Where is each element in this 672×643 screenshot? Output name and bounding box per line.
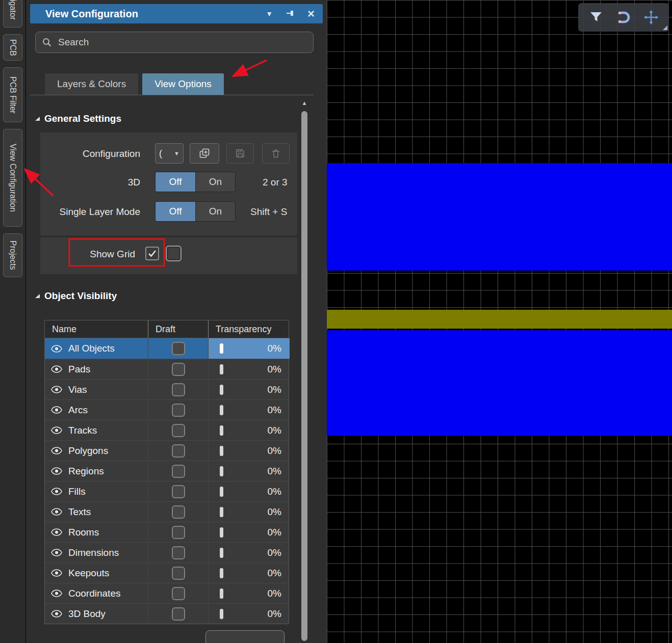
- table-row[interactable]: Fills0%: [45, 481, 289, 501]
- transparency-slider[interactable]: [220, 609, 223, 619]
- table-row[interactable]: Polygons0%: [45, 440, 289, 461]
- row-name-cell[interactable]: Dimensions: [45, 543, 148, 562]
- 3d-toggle-off[interactable]: Off: [156, 172, 195, 192]
- row-name-cell[interactable]: Coordinates: [45, 583, 148, 603]
- toolbar-expand-corner-icon[interactable]: [663, 25, 667, 30]
- table-row[interactable]: Dimensions0%: [45, 542, 289, 562]
- filter-icon[interactable]: [589, 11, 603, 24]
- row-name-cell[interactable]: Fills: [45, 481, 148, 501]
- table-row[interactable]: Pads0%: [45, 359, 289, 379]
- draft-toggle[interactable]: [172, 505, 185, 519]
- transparency-slider[interactable]: [220, 343, 223, 354]
- visibility-eye-icon[interactable]: [51, 386, 62, 393]
- draft-toggle[interactable]: [172, 526, 185, 539]
- draft-toggle[interactable]: [172, 363, 185, 376]
- pcb-blue-region-top[interactable]: [327, 163, 672, 271]
- visibility-eye-icon[interactable]: [51, 508, 62, 516]
- visibility-eye-icon[interactable]: [51, 365, 62, 373]
- draft-toggle[interactable]: [172, 567, 185, 580]
- pcb-olive-region[interactable]: [327, 310, 672, 329]
- draft-toggle[interactable]: [172, 607, 185, 621]
- visibility-eye-icon[interactable]: [51, 488, 62, 495]
- row-name-cell[interactable]: Regions: [45, 461, 148, 481]
- row-name-cell[interactable]: Pads: [45, 359, 148, 379]
- search-input[interactable]: [58, 37, 307, 48]
- sidebar-tab-pcb[interactable]: PCB: [3, 34, 22, 61]
- 3d-toggle[interactable]: Off On: [155, 172, 236, 192]
- panel-menu-chevron-icon[interactable]: ▼: [266, 10, 273, 17]
- transparency-slider[interactable]: [220, 568, 223, 578]
- table-row[interactable]: Rooms0%: [45, 522, 289, 542]
- tab-view-options[interactable]: View Options: [142, 73, 224, 95]
- draft-toggle[interactable]: [172, 424, 185, 437]
- advanced-button[interactable]: [205, 630, 285, 643]
- grid-color-swatch[interactable]: [166, 246, 182, 261]
- row-name-cell[interactable]: Rooms: [45, 522, 148, 542]
- move-icon[interactable]: [644, 10, 658, 24]
- draft-toggle[interactable]: [172, 485, 185, 498]
- draft-toggle[interactable]: [172, 342, 185, 355]
- visibility-eye-icon[interactable]: [51, 406, 62, 414]
- table-row[interactable]: All Objects0%: [45, 338, 289, 359]
- table-row[interactable]: Regions0%: [45, 461, 289, 481]
- scrollbar-thumb[interactable]: [301, 111, 307, 641]
- transparency-slider[interactable]: [220, 487, 223, 497]
- draft-toggle[interactable]: [172, 383, 185, 396]
- transparency-slider[interactable]: [220, 385, 223, 395]
- table-row[interactable]: 3D Body0%: [45, 603, 289, 624]
- single-layer-mode-toggle[interactable]: Off On: [155, 201, 236, 222]
- save-configuration-button[interactable]: [226, 143, 254, 164]
- sidebar-tab-projects[interactable]: Projects: [3, 233, 22, 277]
- row-name-cell[interactable]: 3D Body: [45, 604, 148, 624]
- pcb-blue-region-bottom[interactable]: [327, 330, 672, 436]
- table-row[interactable]: Tracks0%: [45, 420, 289, 440]
- transparency-slider[interactable]: [220, 364, 223, 374]
- close-icon[interactable]: ×: [307, 8, 315, 20]
- pcb-canvas[interactable]: [327, 0, 672, 643]
- visibility-eye-icon[interactable]: [51, 610, 62, 618]
- row-name-cell[interactable]: Tracks: [45, 420, 148, 440]
- show-grid-checkbox[interactable]: [145, 247, 159, 260]
- slm-toggle-on[interactable]: On: [195, 202, 235, 221]
- row-name-cell[interactable]: All Objects: [45, 338, 148, 359]
- row-name-cell[interactable]: Texts: [45, 502, 148, 522]
- row-name-cell[interactable]: Keepouts: [45, 563, 148, 583]
- visibility-eye-icon[interactable]: [51, 467, 62, 475]
- general-settings-header[interactable]: General Settings: [35, 113, 121, 124]
- row-name-cell[interactable]: Polygons: [45, 441, 148, 461]
- table-row[interactable]: Texts0%: [45, 501, 289, 522]
- row-name-cell[interactable]: Vias: [45, 380, 148, 399]
- visibility-eye-icon[interactable]: [51, 569, 62, 577]
- configuration-dropdown[interactable]: ( ▼: [155, 143, 184, 164]
- draft-toggle[interactable]: [172, 404, 185, 417]
- transparency-slider[interactable]: [220, 425, 223, 436]
- sidebar-tab-igator[interactable]: igator: [3, 0, 22, 28]
- tab-layers-and-colors[interactable]: Layers & Colors: [44, 73, 139, 95]
- table-row[interactable]: Vias0%: [45, 379, 289, 399]
- draft-toggle[interactable]: [172, 465, 185, 478]
- visibility-eye-icon[interactable]: [51, 528, 62, 536]
- panel-scrollbar[interactable]: ▲: [300, 100, 308, 643]
- visibility-eye-icon[interactable]: [51, 447, 62, 454]
- slm-toggle-off[interactable]: Off: [156, 202, 195, 221]
- visibility-eye-icon[interactable]: [51, 426, 62, 434]
- visibility-eye-icon[interactable]: [51, 549, 62, 556]
- pin-icon[interactable]: [286, 9, 294, 18]
- scroll-up-icon[interactable]: ▲: [300, 100, 308, 108]
- draft-toggle[interactable]: [172, 546, 185, 559]
- 3d-toggle-on[interactable]: On: [195, 172, 235, 192]
- sidebar-tab-pcb-filter[interactable]: PCB Filter: [3, 67, 22, 122]
- transparency-slider[interactable]: [220, 527, 223, 538]
- table-row[interactable]: Coordinates0%: [45, 583, 289, 603]
- transparency-slider[interactable]: [220, 588, 223, 599]
- delete-configuration-button[interactable]: [262, 143, 290, 164]
- visibility-eye-icon[interactable]: [51, 590, 62, 597]
- transparency-slider[interactable]: [220, 446, 223, 456]
- transparency-slider[interactable]: [220, 548, 223, 558]
- table-row[interactable]: Keepouts0%: [45, 562, 289, 583]
- magnet-icon[interactable]: [616, 10, 631, 24]
- transparency-slider[interactable]: [220, 466, 223, 476]
- sidebar-tab-view-configuration[interactable]: View Configuration: [3, 129, 22, 227]
- new-configuration-button[interactable]: [190, 143, 219, 164]
- draft-toggle[interactable]: [172, 444, 185, 458]
